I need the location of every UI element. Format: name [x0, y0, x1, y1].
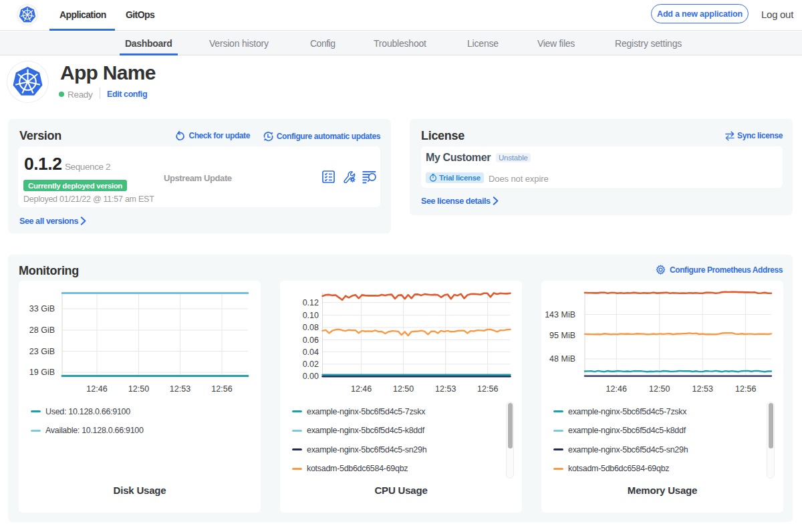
- svg-text:12:50: 12:50: [128, 384, 149, 394]
- svg-text:95 MiB: 95 MiB: [549, 331, 575, 340]
- svg-text:12:50: 12:50: [649, 384, 670, 394]
- svg-text:12:50: 12:50: [393, 384, 414, 394]
- svg-text:0.10: 0.10: [303, 311, 319, 320]
- svg-text:23 GiB: 23 GiB: [29, 347, 55, 356]
- svg-text:12:53: 12:53: [435, 384, 456, 394]
- svg-text:12:56: 12:56: [735, 384, 756, 394]
- svg-text:33 GiB: 33 GiB: [29, 304, 55, 313]
- svg-text:28 GiB: 28 GiB: [29, 325, 55, 335]
- svg-text:0.12: 0.12: [303, 298, 319, 307]
- svg-text:0.04: 0.04: [303, 348, 319, 357]
- svg-text:48 MiB: 48 MiB: [549, 354, 575, 364]
- svg-text:19 GiB: 19 GiB: [29, 368, 55, 377]
- svg-text:12:53: 12:53: [692, 384, 713, 394]
- svg-text:12:46: 12:46: [351, 384, 372, 394]
- svg-text:0.00: 0.00: [303, 372, 319, 381]
- svg-text:143 MiB: 143 MiB: [545, 310, 575, 319]
- svg-text:12:56: 12:56: [211, 384, 232, 394]
- svg-text:0.02: 0.02: [303, 360, 319, 369]
- svg-text:12:56: 12:56: [477, 384, 498, 394]
- svg-text:12:53: 12:53: [170, 384, 190, 394]
- svg-text:12:46: 12:46: [86, 384, 107, 394]
- svg-text:0.06: 0.06: [303, 336, 319, 345]
- svg-text:0.08: 0.08: [303, 323, 319, 332]
- svg-text:12:46: 12:46: [606, 384, 627, 394]
